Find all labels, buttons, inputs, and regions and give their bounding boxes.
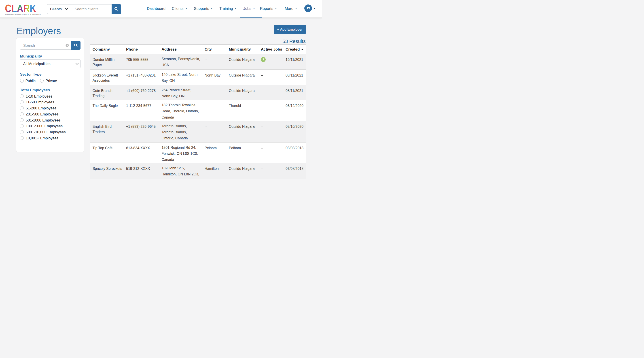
svg-text:R: R [23,4,30,13]
svg-text:A: A [17,4,23,13]
svg-text:K: K [30,4,36,13]
svg-text:L: L [12,4,17,13]
svg-text:C: C [5,4,12,13]
